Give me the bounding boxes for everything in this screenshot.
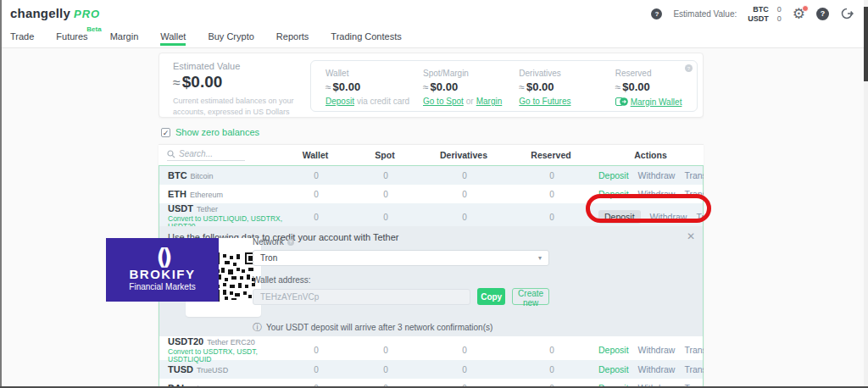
margin-wallet-link[interactable]: Margin Wallet [631,97,682,107]
transfer-link[interactable]: Transfer [696,212,704,222]
account-value: ≈$0.00 [519,80,600,93]
withdraw-link[interactable]: Withdraw [650,212,687,222]
row-actions: DepositWithdrawTransfer••• [598,210,704,224]
tab-trading-contests[interactable]: Trading Contests [331,31,401,46]
table-row-btc[interactable]: BTCBitcoin 0 0 0 0 DepositWithdrawTransf… [159,166,703,185]
table-row-eth[interactable]: ETHEthereum 0 0 0 0 DepositWithdrawTrans… [159,185,703,203]
tab-futures-label: Futures [56,31,87,42]
account-amount: $0.00 [622,80,650,93]
tab-margin[interactable]: Margin [110,31,139,46]
logo-pro-label: PRO [74,8,100,20]
scrollbar-thumb[interactable] [864,7,868,81]
deposit-link[interactable]: Deposit [326,97,354,106]
withdraw-link[interactable]: Withdraw [638,364,676,374]
address-label: Wallet address: [253,275,549,285]
table-body: BTCBitcoin 0 0 0 0 DepositWithdrawTransf… [159,165,704,388]
column-header-spot: Spot [347,150,423,160]
show-zero-balances[interactable]: ✓ Show zero balances [161,127,259,137]
search-icon [167,150,175,158]
deposit-panel: Use the following data to credit your ac… [159,226,703,336]
settings-button[interactable]: ⚙ [793,7,805,21]
summary-title: Estimated Value [173,61,300,71]
account-label: Reserved [615,69,697,78]
account-value: ≈$0.00 [423,80,504,93]
notification-badge [802,5,809,12]
reserved-balance: 0 [505,190,598,199]
row-actions: DepositWithdrawTransfer [598,364,704,374]
network-label: Network [253,237,284,247]
top-bar: changellyPRO ? Estimated Value: BTC 0 US… [2,0,864,48]
wallet-balance: 0 [285,365,348,374]
logo-text: changelly [10,6,70,20]
deposit-link[interactable]: Deposit [598,170,629,180]
deposit-link[interactable]: Deposit [598,345,629,355]
estimated-value-info-icon[interactable]: ? [651,8,662,19]
tab-trade[interactable]: Trade [10,31,34,46]
wallet-balance: 0 [285,213,348,222]
deposit-note-text: Your USDT deposit will arrive after 3 ne… [266,323,492,332]
search-field[interactable] [167,149,245,161]
network-info-icon[interactable]: ? [287,239,294,246]
transfer-link[interactable]: Transfer [684,170,704,180]
account-spot-margin: Spot/Margin ≈$0.00 Go to SpotorMargin [409,61,504,111]
transfer-link[interactable]: Transfer [684,189,704,199]
beta-badge: Beta [86,25,101,33]
copy-button[interactable]: Copy [477,288,505,305]
column-header-reserved: Reserved [504,150,598,160]
reserved-balance: 0 [505,365,598,374]
tab-reports[interactable]: Reports [276,31,309,46]
column-header-wallet: Wallet [284,150,347,160]
wallet-balance: 0 [285,171,348,180]
scrollbar-track[interactable] [864,0,868,386]
summary-description: Current estimated balances on your accou… [173,96,300,118]
go-to-spot-link[interactable]: Go to Spot [423,97,464,106]
convert-links[interactable]: Convert to USDTRX, USDT, USDTLIQUID [168,348,285,364]
approx-sign: ≈ [519,81,525,93]
table-row-usdt20[interactable]: USDT20Tether ERC20Convert to USDTRX, USD… [159,336,703,360]
withdraw-link[interactable]: Withdraw [638,170,676,180]
wallet-address-input[interactable] [253,289,470,305]
estimated-value-label: Estimated Value: [673,9,737,19]
account-wallet: Wallet ≈$0.00 Depositvia credit card [311,61,409,111]
column-header-actions: Actions [598,150,704,160]
account-amount: $0.00 [333,80,361,93]
transfer-link[interactable]: Transfer [684,345,704,355]
transfer-link[interactable]: Transfer [684,364,704,374]
account-label: Wallet [326,69,409,78]
margin-link[interactable]: Margin [476,97,503,106]
create-new-button[interactable]: Create new [512,288,549,305]
coin-name: Tether [197,205,218,213]
logout-icon[interactable] [840,7,854,20]
withdraw-link[interactable]: Withdraw [638,345,676,355]
derivatives-balance: 0 [424,365,505,374]
brokify-watermark: () BROKIFY Financial Markets [106,238,219,302]
reserved-balance: 0 [505,171,598,180]
deposit-link[interactable]: Deposit [598,189,629,199]
tab-wallet[interactable]: Wallet [160,31,186,46]
table-row-usdt[interactable]: USDTTetherConvert to USDTLIQUID, USDTRX,… [159,203,703,226]
approx-sign: ≈ [173,75,181,90]
withdraw-link[interactable]: Withdraw [638,189,676,199]
wallet-balance: 0 [285,190,348,199]
account-label: Spot/Margin [423,69,504,78]
show-zero-checkbox[interactable]: ✓ [161,128,170,137]
tab-futures[interactable]: FuturesBeta [56,31,87,46]
tab-buy-crypto[interactable]: Buy Crypto [208,31,253,46]
changelly-logo[interactable]: changellyPRO [10,6,100,20]
estimated-value-summary: Estimated Value ≈$0.00 Current estimated… [173,61,300,118]
network-select[interactable]: Tron▾ [253,250,549,266]
estimated-value-card: Estimated Value ≈$0.00 Current estimated… [159,53,704,118]
close-icon[interactable]: ✕ [687,230,695,242]
help-icon[interactable]: ? [816,8,829,20]
address-row: Copy Create new [253,288,549,305]
deposit-link-active[interactable]: Deposit [598,210,641,224]
coin-symbol: TUSD [168,364,193,374]
search-input[interactable] [179,149,243,158]
go-to-futures-link[interactable]: Go to Futures [519,97,570,106]
accounts-info-icon[interactable]: ? [685,64,693,72]
deposit-form: Network? Tron▾ Wallet address: Copy Crea… [253,237,549,305]
margin-wallet-icon [615,97,628,107]
coin-cell: USDT20Tether ERC20Convert to USDTRX, USD… [159,336,285,364]
deposit-link[interactable]: Deposit [598,364,629,374]
coin-symbol: BTC [168,170,187,180]
